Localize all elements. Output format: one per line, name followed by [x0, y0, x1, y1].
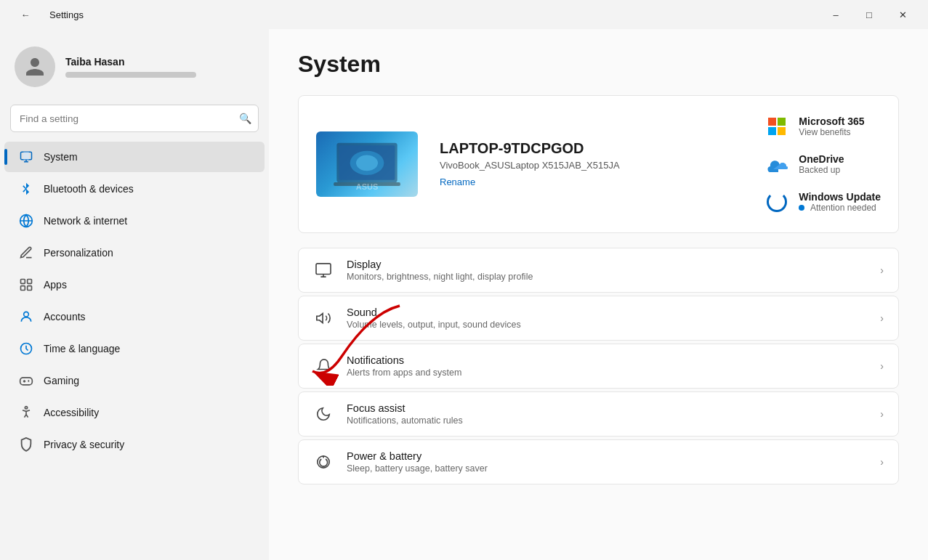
- settings-list: Display Monitors, brightness, night ligh…: [298, 248, 899, 484]
- content-area: System LAPTOP-9TDCPGOD VivoBook_ASUSLapt…: [269, 29, 928, 560]
- time-icon: [19, 341, 33, 356]
- search-box: 🔍: [10, 105, 259, 132]
- apps-icon: [19, 277, 33, 292]
- sidebar-item-personalization[interactable]: Personalization: [4, 238, 265, 268]
- onedrive-name: OneDrive: [799, 153, 844, 165]
- sidebar-item-label-time: Time & language: [44, 343, 250, 354]
- system-icon: [19, 150, 33, 164]
- svg-marker-21: [317, 314, 323, 323]
- sidebar-item-network[interactable]: Network & internet: [4, 206, 265, 236]
- nav-item-wrapper-system: System: [0, 141, 269, 173]
- sidebar-item-label-apps: Apps: [44, 279, 250, 291]
- maximize-button[interactable]: □: [852, 3, 886, 26]
- laptop-image: [316, 131, 418, 197]
- microsoft365-name: Microsoft 365: [799, 115, 864, 127]
- user-profile[interactable]: Taiba Hasan: [0, 35, 269, 102]
- sidebar-item-label-gaming: Gaming: [44, 375, 250, 386]
- window-controls: – □ ✕: [819, 3, 919, 26]
- search-icon: 🔍: [239, 113, 251, 124]
- sound-desc: Volume levels, output, input, sound devi…: [347, 320, 867, 330]
- accessibility-icon: [19, 405, 33, 420]
- svg-point-13: [25, 407, 27, 409]
- focus-chevron: ›: [880, 408, 884, 420]
- attention-dot: [799, 205, 804, 211]
- sound-chevron: ›: [880, 312, 884, 324]
- display-icon: [313, 260, 334, 280]
- device-model: VivoBook_ASUSLaptop X515JAB_X515JA: [440, 160, 742, 171]
- settings-item-notifications[interactable]: Notifications Alerts from apps and syste…: [298, 344, 899, 389]
- settings-item-focus[interactable]: Focus assist Notifications, automatic ru…: [298, 391, 899, 437]
- display-text: Display Monitors, brightness, night ligh…: [347, 259, 867, 282]
- sound-text: Sound Volume levels, output, input, soun…: [347, 307, 867, 330]
- windowsupdate-info: Windows Update Attention needed: [799, 191, 881, 213]
- device-info: LAPTOP-9TDCPGOD VivoBook_ASUSLaptop X515…: [440, 140, 742, 188]
- gaming-icon: [19, 373, 33, 388]
- service-microsoft365: Microsoft 365 View benefits: [764, 113, 881, 139]
- sidebar-item-privacy[interactable]: Privacy & security: [4, 429, 265, 460]
- sidebar-item-label-bluetooth: Bluetooth & devices: [44, 183, 250, 195]
- privacy-icon: [19, 437, 33, 452]
- focus-text: Focus assist Notifications, automatic ru…: [347, 402, 867, 426]
- notifications-text: Notifications Alerts from apps and syste…: [347, 354, 867, 378]
- services-section: Microsoft 365 View benefits OneDrive: [764, 113, 881, 215]
- sidebar-item-accessibility[interactable]: Accessibility: [4, 397, 265, 428]
- sidebar-item-bluetooth[interactable]: Bluetooth & devices: [4, 174, 265, 204]
- app-container: Taiba Hasan 🔍 System Bluetooth & devi: [0, 29, 928, 560]
- settings-item-sound[interactable]: Sound Volume levels, output, input, soun…: [298, 296, 899, 341]
- notifications-icon: [313, 356, 334, 376]
- sidebar-item-label-accounts: Accounts: [44, 311, 250, 322]
- close-button[interactable]: ✕: [886, 3, 919, 26]
- service-windowsupdate: Windows Update Attention needed: [764, 189, 881, 215]
- windowsupdate-sub-text: Attention needed: [810, 203, 876, 213]
- settings-item-power[interactable]: Power & battery Sleep, battery usage, ba…: [298, 439, 899, 484]
- app-title: Settings: [49, 9, 84, 20]
- page-title: System: [298, 51, 899, 78]
- focus-desc: Notifications, automatic rules: [347, 415, 867, 426]
- avatar: [15, 46, 55, 87]
- power-chevron: ›: [880, 456, 884, 468]
- sidebar-item-label-network: Network & internet: [44, 215, 250, 227]
- sidebar-item-system[interactable]: System: [4, 142, 265, 172]
- service-onedrive: OneDrive Backed up: [764, 151, 881, 177]
- minimize-button[interactable]: –: [819, 3, 852, 26]
- sidebar-item-apps[interactable]: Apps: [4, 269, 265, 300]
- windowsupdate-sub: Attention needed: [799, 203, 881, 213]
- sidebar-item-label-system: System: [44, 151, 250, 163]
- title-bar: ← Settings – □ ✕: [0, 0, 928, 29]
- display-title: Display: [347, 259, 867, 270]
- focus-icon: [313, 404, 334, 424]
- laptop-svg: [331, 139, 403, 190]
- svg-rect-12: [20, 378, 33, 385]
- svg-point-17: [356, 155, 378, 171]
- sidebar-item-gaming[interactable]: Gaming: [4, 365, 265, 396]
- rename-link[interactable]: Rename: [440, 176, 475, 187]
- user-bar-decoration: [65, 72, 196, 78]
- sidebar-item-time[interactable]: Time & language: [4, 333, 265, 364]
- sidebar-item-label-accessibility: Accessibility: [44, 407, 250, 418]
- sidebar: Taiba Hasan 🔍 System Bluetooth & devi: [0, 29, 269, 560]
- device-info-card: LAPTOP-9TDCPGOD VivoBook_ASUSLaptop X515…: [298, 95, 899, 233]
- title-bar-left: ← Settings: [9, 3, 84, 26]
- network-icon: [19, 214, 33, 228]
- svg-line-4: [23, 186, 26, 189]
- sidebar-item-label-personalization: Personalization: [44, 247, 250, 259]
- power-icon: [313, 452, 334, 472]
- settings-item-display[interactable]: Display Monitors, brightness, night ligh…: [298, 248, 899, 293]
- svg-rect-20: [316, 264, 331, 275]
- onedrive-info: OneDrive Backed up: [799, 153, 844, 175]
- microsoft365-info: Microsoft 365 View benefits: [799, 115, 864, 137]
- notifications-chevron: ›: [880, 360, 884, 372]
- user-name-section: Taiba Hasan: [65, 56, 254, 78]
- notifications-desc: Alerts from apps and system: [347, 368, 867, 378]
- svg-rect-9: [28, 286, 32, 291]
- display-chevron: ›: [880, 264, 884, 276]
- svg-rect-18: [334, 182, 400, 186]
- notifications-title: Notifications: [347, 354, 867, 366]
- search-input[interactable]: [10, 105, 259, 132]
- device-name: LAPTOP-9TDCPGOD: [440, 140, 742, 157]
- onedrive-icon: [764, 151, 790, 177]
- user-name: Taiba Hasan: [65, 56, 254, 68]
- microsoft365-sub[interactable]: View benefits: [799, 127, 864, 137]
- back-button[interactable]: ←: [9, 3, 42, 26]
- sidebar-item-accounts[interactable]: Accounts: [4, 301, 265, 332]
